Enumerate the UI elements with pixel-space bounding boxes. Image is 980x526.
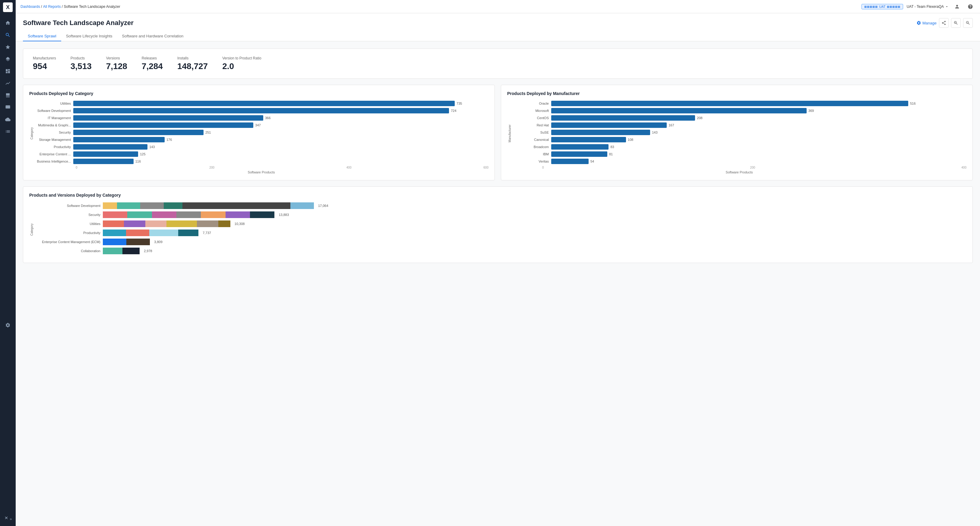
sidebar-item-cloud[interactable] [2, 114, 13, 125]
breadcrumb-current: Software Tech Landscape Analyzer [64, 5, 120, 9]
stacked-bar-row: Enterprise Content Management (ECM)3,809 [34, 239, 966, 245]
team-selector[interactable]: UAT - Team FlexeraQA [907, 5, 949, 9]
stacked-bar-row: Software Development17,064 [34, 202, 966, 209]
bar-value-label: 143 [149, 145, 155, 149]
sidebar-item-favorites[interactable] [2, 41, 13, 53]
sidebar-item-home[interactable] [2, 18, 13, 28]
env-badge: ▦▦▦▦▦ UAT ▦▦▦▦▦ [862, 4, 903, 10]
tab-hardware-correlation[interactable]: Software and Hardware Correlation [117, 31, 188, 41]
bar-label: Productivity [34, 145, 73, 149]
stacked-segment [103, 248, 123, 254]
breadcrumb: Dashboards / All Reports / Software Tech… [21, 5, 120, 9]
stacked-segment [164, 202, 183, 209]
bar-label: Broadcom [512, 145, 551, 149]
stacked-bar-value: 13,883 [277, 213, 289, 217]
bar-fill [551, 130, 650, 135]
stacked-segment [126, 239, 150, 245]
tab-software-sprawl[interactable]: Software Sprawl [23, 31, 61, 41]
stacked-segment [250, 211, 274, 218]
bar-row: Utilities735 [34, 101, 488, 106]
sidebar-item-settings[interactable] [2, 320, 13, 331]
stacked-segment [183, 202, 290, 209]
stacked-bar-label: Productivity [34, 231, 100, 235]
bar-fill [73, 108, 449, 113]
chart-products-by-manufacturer: Products Deployed by Manufacturer Manufa… [501, 85, 973, 180]
stacked-bar-value: 7,737 [201, 231, 211, 235]
bar-value-label: 369 [808, 109, 814, 113]
bar-value-label: 116 [135, 159, 141, 163]
bar-row: CentOS208 [512, 115, 966, 121]
bar-fill [551, 151, 607, 157]
bar-fill [73, 130, 204, 135]
bar-row: Security251 [34, 130, 488, 135]
x-tick: 400 [961, 166, 966, 169]
bar-row: IBM81 [512, 151, 966, 157]
bar-row: IT Management366 [34, 115, 488, 121]
bar-fill [73, 159, 134, 164]
x-tick: 200 [209, 166, 215, 169]
stacked-segment [149, 230, 178, 236]
bar-fill [73, 115, 263, 121]
main-content: Dashboards / All Reports / Software Tech… [16, 0, 980, 526]
stacked-segment [124, 220, 145, 227]
chart3-y-label: Category [30, 223, 33, 236]
zoom-in-button[interactable] [963, 18, 973, 28]
stacked-segment [167, 220, 197, 227]
stat-installs-value: 148,727 [177, 62, 208, 71]
stacked-bar-row: Collaboration2,978 [34, 248, 966, 254]
stacked-segment [177, 211, 201, 218]
user-icon[interactable] [952, 2, 962, 11]
bar-row: Microsoft369 [512, 108, 966, 113]
bar-label: SuSE [512, 131, 551, 134]
bar-value-label: 108 [628, 138, 633, 142]
bar-value-label: 724 [451, 109, 456, 113]
bar-fill [551, 137, 626, 142]
bar-value-label: 176 [167, 138, 172, 142]
bar-fill [551, 101, 908, 106]
bar-row: Oracle516 [512, 101, 966, 106]
sidebar-item-layers[interactable] [2, 54, 13, 65]
stacked-segment [218, 220, 231, 227]
breadcrumb-all-reports[interactable]: All Reports [43, 5, 61, 9]
tab-lifecycle-insights[interactable]: Software Lifecycle Insights [61, 31, 117, 41]
stat-version-ratio-value: 2.0 [222, 62, 261, 71]
page-title: Software Tech Landscape Analyzer [23, 19, 134, 27]
bar-value-label: 143 [652, 131, 657, 134]
bar-charts-row: Products Deployed by Category Category U… [23, 85, 973, 180]
bar-row: Broadcom83 [512, 144, 966, 150]
svg-rect-2 [6, 105, 10, 108]
bar-fill [551, 159, 589, 164]
chart1-x-label: Software Products [34, 169, 488, 174]
sidebar-item-chart[interactable] [2, 78, 13, 89]
bar-label: Red Hat [512, 123, 551, 127]
manage-button[interactable]: Manage [916, 21, 937, 26]
sidebar-item-list[interactable] [2, 126, 13, 137]
topbar-right: ▦▦▦▦▦ UAT ▦▦▦▦▦ UAT - Team FlexeraQA [862, 2, 975, 11]
sidebar-item-search[interactable] [2, 30, 13, 40]
sidebar-item-monitor[interactable] [2, 90, 13, 101]
bar-value-label: 208 [697, 116, 702, 120]
stat-version-ratio-label: Version to Product Ratio [222, 56, 261, 60]
chart1-y-label: Category [30, 127, 33, 140]
stacked-segment [290, 202, 314, 209]
stacked-segment [117, 202, 140, 209]
app-logo[interactable]: X [3, 2, 13, 12]
sidebar-expand-btn[interactable]: » [2, 513, 14, 524]
help-icon[interactable] [966, 2, 975, 11]
stacked-segment [103, 220, 124, 227]
bar-label: Security [34, 131, 73, 134]
bar-row: Veritas54 [512, 159, 966, 164]
chart3-title: Products and Versions Deployed by Catego… [29, 193, 966, 198]
sidebar-item-dashboard[interactable] [2, 66, 13, 77]
bar-fill [73, 151, 138, 157]
zoom-out-button[interactable] [951, 18, 961, 28]
stacked-bar-row: Productivity7,737 [34, 230, 966, 236]
bar-label: Oracle [512, 102, 551, 105]
stacked-bar-label: Software Development [34, 204, 100, 207]
breadcrumb-dashboards[interactable]: Dashboards [21, 5, 40, 9]
sidebar-item-terminal[interactable] [2, 102, 13, 113]
chart2-title: Products Deployed by Manufacturer [507, 91, 966, 96]
share-button[interactable] [939, 18, 949, 28]
x-tick: 400 [347, 166, 352, 169]
stacked-segment [197, 220, 218, 227]
